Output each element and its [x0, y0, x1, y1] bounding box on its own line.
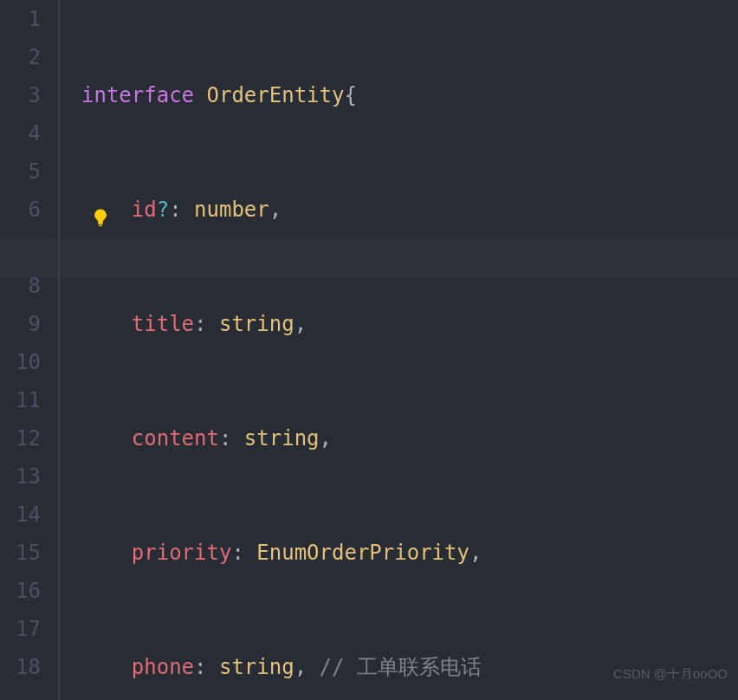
code-line[interactable]: id?: number,	[81, 191, 738, 229]
code-line[interactable]: title: string,	[81, 305, 738, 343]
comma: ,	[295, 312, 307, 336]
colon: :	[194, 655, 206, 679]
code-content[interactable]: interface OrderEntity{ id?: number, titl…	[58, 0, 738, 700]
colon: :	[219, 426, 231, 450]
colon: :	[169, 198, 181, 222]
keyword: interface	[81, 83, 194, 107]
code-editor[interactable]: 1 2 3 4 5 6 7 8 9 10 11 12 13 14 15 16 1…	[0, 0, 738, 700]
line-number: 16	[0, 572, 41, 610]
colon: :	[231, 541, 243, 565]
line-number: 4	[0, 114, 41, 152]
comment: // 工单联系电话	[320, 655, 482, 679]
line-number: 3	[0, 76, 41, 114]
property: priority	[132, 541, 232, 565]
comma: ,	[295, 655, 307, 679]
comma: ,	[469, 541, 482, 565]
line-number: 9	[0, 305, 41, 343]
code-line[interactable]: content: string,	[81, 419, 738, 457]
line-number: 11	[0, 381, 41, 419]
property: title	[132, 312, 194, 336]
svg-rect-0	[98, 224, 103, 225]
optional-mark: ?	[157, 198, 169, 222]
line-number-gutter: 1 2 3 4 5 6 7 8 9 10 11 12 13 14 15 16 1…	[0, 0, 58, 700]
type: string	[244, 426, 320, 450]
colon: :	[194, 312, 206, 336]
line-number: 15	[0, 534, 41, 572]
line-number: 13	[0, 457, 41, 496]
property: content	[132, 426, 219, 450]
line-number: 2	[0, 38, 41, 76]
type: string	[219, 312, 295, 336]
line-number: 12	[0, 419, 41, 457]
line-number: 17	[0, 610, 41, 648]
type: number	[194, 198, 269, 222]
property: id	[132, 198, 157, 222]
type: EnumOrderPriority	[256, 541, 469, 565]
code-line[interactable]: interface OrderEntity{	[81, 76, 738, 114]
line-number: 6	[0, 191, 41, 229]
code-line[interactable]: phone: string, // 工单联系电话	[81, 648, 738, 686]
line-number: 10	[0, 343, 41, 381]
property: phone	[132, 655, 194, 679]
type-name: OrderEntity	[207, 83, 345, 107]
type: string	[219, 655, 295, 679]
line-number: 18	[0, 648, 41, 686]
line-number: 1	[0, 0, 41, 38]
code-line[interactable]: priority: EnumOrderPriority,	[81, 534, 738, 572]
line-number: 14	[0, 496, 41, 534]
line-number: 5	[0, 152, 41, 191]
svg-rect-1	[99, 225, 102, 226]
brace: {	[344, 83, 356, 107]
comma: ,	[269, 198, 282, 222]
lightbulb-icon[interactable]	[91, 201, 108, 218]
comma: ,	[320, 426, 332, 450]
